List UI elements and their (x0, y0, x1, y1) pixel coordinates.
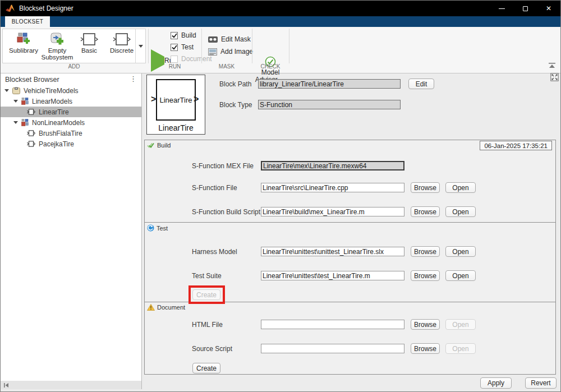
open-button[interactable]: Open (445, 246, 476, 257)
block-icon (27, 109, 35, 115)
sfunction-file-row: S-Function File Browse Open (145, 183, 555, 194)
document-section: Document HTML File Browse Open Source Sc… (144, 302, 556, 375)
ribbon-item-label: Subsystem (42, 54, 73, 61)
open-button[interactable]: Open (445, 206, 476, 217)
sublibrary-button[interactable]: Sublibrary (7, 31, 40, 62)
block-type-field (258, 100, 401, 109)
expand-panel-icon[interactable] (550, 73, 559, 81)
tree-item-label: LinearModels (32, 98, 72, 105)
blockset-designer-window: Blockset Designer ✕ BLOCKSET Sublibrary (0, 0, 561, 392)
test-suite-row: Test Suite Browse Open (145, 271, 555, 282)
tab-blockset[interactable]: BLOCKSET (5, 16, 50, 27)
document-create-button[interactable]: Create (192, 363, 220, 373)
field-label: S-Function File (192, 184, 237, 192)
document-checkbox-row[interactable]: Document (171, 55, 212, 63)
caret-down-icon[interactable] (13, 100, 18, 103)
tree-item-label: VehicleTireModels (24, 87, 79, 95)
test-checkbox-row[interactable]: Test (171, 43, 194, 51)
edit-mask-button[interactable]: Edit Mask (208, 35, 251, 43)
tab-strip: BLOCKSET (1, 16, 560, 27)
document-section-title: Document (157, 304, 185, 311)
sfunction-file-input[interactable] (261, 183, 404, 192)
empty-subsystem-icon (50, 33, 65, 46)
checkbox-label: Test (181, 43, 194, 51)
harness-model-input[interactable] (261, 247, 404, 256)
source-script-input[interactable] (261, 344, 404, 353)
document-checkbox[interactable] (171, 56, 178, 63)
browse-button[interactable]: Browse (411, 246, 440, 257)
block-icon (27, 141, 35, 147)
checkbox-label: Document (181, 55, 212, 63)
tree-item-vehicletiremodels[interactable]: VehicleTireModels (1, 85, 141, 96)
browser-title: Blockset Browser (5, 76, 59, 84)
field-label: HTML File (192, 321, 223, 329)
title-bar: Blockset Designer ✕ (1, 1, 560, 16)
block-path-field (258, 79, 401, 89)
sfunction-mex-file-field (261, 161, 404, 170)
tree-item-linearmodels[interactable]: LinearModels (1, 96, 141, 107)
tree-item-pacejkatire[interactable]: PacejkaTire (1, 139, 141, 149)
html-file-row: HTML File Browse Open (145, 320, 555, 331)
add-gallery-dropdown[interactable] (135, 29, 145, 63)
test-section-title: Test (157, 225, 168, 232)
caret-down-icon[interactable] (4, 89, 9, 92)
tree-item-brushfialatire[interactable]: BrushFialaTire (1, 128, 141, 139)
basic-block-icon (80, 33, 98, 46)
add-image-button[interactable]: Add Image (208, 48, 253, 56)
open-button[interactable]: Open (445, 270, 476, 281)
minimize-icon (499, 8, 505, 9)
ribbon-toolbar: Sublibrary Empty Subsystem Basic (1, 27, 560, 73)
sublibrary-icon (21, 119, 29, 126)
basic-block-button[interactable]: Basic (75, 31, 104, 62)
build-success-icon (147, 142, 155, 149)
run-group-label: RUN (148, 63, 201, 70)
ribbon-item-label: Add Image (220, 48, 253, 56)
tree-item-label: NonLinearModels (32, 119, 85, 127)
apply-button[interactable]: Apply (480, 377, 512, 389)
discrete-block-button[interactable]: Discrete (105, 31, 139, 62)
build-script-input[interactable] (261, 207, 404, 216)
close-button[interactable]: ✕ (537, 1, 560, 16)
scroll-home-icon[interactable] (3, 382, 9, 388)
test-create-button[interactable]: Create (192, 289, 220, 300)
build-timestamp: 06-Jan-2025 17:35:21 (480, 141, 552, 150)
revert-button[interactable]: Revert (525, 377, 557, 389)
build-checkbox[interactable] (171, 32, 178, 39)
tree-item-label: PacejkaTire (39, 140, 74, 148)
empty-subsystem-button[interactable]: Empty Subsystem (40, 31, 75, 62)
block-preview-body: LinearTire (156, 79, 196, 121)
browse-button[interactable]: Browse (411, 182, 440, 193)
test-checkbox[interactable] (171, 44, 178, 51)
test-suite-input[interactable] (261, 271, 404, 280)
open-button[interactable]: Open (445, 343, 476, 354)
discrete-block-icon (113, 33, 131, 46)
browse-button[interactable]: Browse (411, 206, 440, 217)
field-label: S-Function Build Script (192, 208, 260, 216)
html-file-input[interactable] (261, 320, 404, 329)
open-button[interactable]: Open (445, 319, 476, 330)
matlab-logo-icon (6, 4, 15, 13)
field-label: Test Suite (192, 272, 222, 280)
kebab-menu-icon[interactable]: ⋮ (130, 75, 137, 83)
checkbox-label: Build (181, 31, 196, 39)
browse-button[interactable]: Browse (411, 319, 440, 330)
output-port-icon: > (194, 94, 199, 104)
maximize-button[interactable] (513, 1, 537, 16)
library-icon (12, 87, 20, 94)
edit-button[interactable]: Edit (408, 79, 434, 89)
build-checkbox-row[interactable]: Build (171, 31, 196, 39)
tree-item-nonlinearmodels[interactable]: NonLinearModels (1, 117, 141, 128)
browser-scrollbar[interactable] (1, 381, 142, 389)
collapse-ribbon-icon[interactable] (548, 63, 556, 69)
tree-item-lineartire[interactable]: LinearTire (1, 107, 141, 117)
minimize-button[interactable] (490, 1, 513, 16)
caret-down-icon[interactable] (13, 121, 18, 124)
blockset-browser-panel: Blockset Browser ⋮ VehicleTireModels (1, 73, 142, 381)
browse-button[interactable]: Browse (411, 270, 440, 281)
open-button[interactable]: Open (445, 182, 476, 193)
field-label: S-Function MEX File (192, 162, 254, 170)
block-path-label: Block Path (219, 80, 251, 88)
mask-group-label: MASK (201, 63, 252, 70)
tree-item-label: LinearTire (39, 108, 69, 116)
browse-button[interactable]: Browse (411, 343, 440, 354)
